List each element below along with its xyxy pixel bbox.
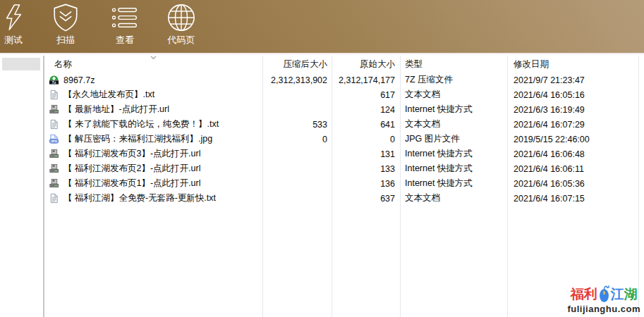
list-view-icon xyxy=(111,3,139,32)
text-file-icon xyxy=(49,193,59,204)
side-pane xyxy=(0,56,43,317)
file-name: 【 福利江湖发布页1】-点此打开.url xyxy=(63,178,200,189)
file-original-size: 617 xyxy=(332,90,400,100)
file-modified-date: 2021/9/7 21:23:47 xyxy=(507,75,638,85)
jpg-image-icon xyxy=(49,134,59,144)
url-shortcut-icon xyxy=(49,178,59,189)
file-original-size: 131 xyxy=(332,149,400,159)
table-row[interactable]: 【 福利江湖】全免费-无套路-更新快.txt 637 文本文档 2021/6/4… xyxy=(44,191,644,206)
side-pane-header xyxy=(2,58,40,70)
file-modified-date: 2021/6/4 16:07:29 xyxy=(507,120,638,130)
file-modified-date: 2021/6/4 16:06:11 xyxy=(507,164,638,174)
file-modified-date: 2021/6/4 16:05:36 xyxy=(507,179,638,189)
file-rows: 8967.7z 2,312,313,902 2,312,174,177 7Z 压… xyxy=(44,73,644,206)
file-name: 【 福利江湖】全免费-无套路-更新快.txt xyxy=(63,192,216,204)
site-watermark: 福利 江湖 fulijianghu.com xyxy=(567,285,640,313)
file-name: 【永久地址发布页】.txt xyxy=(63,89,154,101)
file-type: Internet 快捷方式 xyxy=(400,104,507,116)
toolbar-button-label: 测试 xyxy=(4,34,23,46)
file-compressed-size: 533 xyxy=(262,120,332,130)
lightning-icon xyxy=(4,3,23,32)
file-type: JPG 图片文件 xyxy=(400,133,507,145)
url-shortcut-icon xyxy=(49,104,59,115)
url-shortcut-icon xyxy=(49,163,59,174)
column-header-type[interactable]: 类型 xyxy=(400,58,507,70)
table-row[interactable]: 【 解压密码：来福利江湖找福利】.jpg 0 0 JPG 图片文件 2019/5… xyxy=(44,132,644,147)
toolbar-button-label: 代码页 xyxy=(168,34,195,46)
file-type: 7Z 压缩文件 xyxy=(400,74,507,86)
toolbar: 测试 扫描 查看 代码页 xyxy=(0,0,644,54)
file-original-size: 0 xyxy=(332,135,400,144)
file-type: 文本文档 xyxy=(400,118,507,130)
toolbar-button-label: 查看 xyxy=(116,34,134,46)
content-area: 名称 压缩后大小 原始大小 类型 修改日期 8967.7z 2,312,313,… xyxy=(0,56,644,317)
file-compressed-size: 2,312,313,902 xyxy=(262,75,332,85)
table-row[interactable]: 【 福利江湖发布页1】-点此打开.url 136 Internet 快捷方式 2… xyxy=(44,176,644,191)
file-type: 文本文档 xyxy=(400,89,507,101)
brand-logo: 福利 江湖 xyxy=(567,285,640,303)
sort-indicator-icon[interactable] xyxy=(150,56,157,60)
table-row[interactable]: 【永久地址发布页】.txt 617 文本文档 2021/6/4 16:05:16 xyxy=(44,87,644,102)
mouse-icon xyxy=(598,285,610,303)
file-original-size: 133 xyxy=(332,164,400,174)
toolbar-button-codepage[interactable]: 代码页 xyxy=(158,3,205,46)
brand-text-fuli: 福利 xyxy=(571,287,597,302)
file-modified-date: 2021/6/4 16:05:16 xyxy=(507,90,638,100)
file-name: 【 福利江湖发布页2】-点此打开.url xyxy=(63,163,200,175)
file-name: 【 来了就能下载的论坛，纯免费！】.txt xyxy=(63,118,219,130)
shield-scan-icon xyxy=(51,3,80,32)
text-file-icon xyxy=(49,89,59,100)
file-original-size: 136 xyxy=(332,179,400,189)
url-shortcut-icon xyxy=(49,149,59,159)
globe-icon xyxy=(166,3,196,32)
file-original-size: 2,312,174,177 xyxy=(332,75,400,85)
brand-domain: fulijianghu.com xyxy=(567,304,640,313)
file-type: Internet 快捷方式 xyxy=(400,178,507,189)
file-name: 8967.7z xyxy=(63,75,95,85)
file-name: 【 解压密码：来福利江湖找福利】.jpg xyxy=(63,133,212,145)
toolbar-button-view[interactable]: 查看 xyxy=(104,3,146,46)
file-name: 【 最新地址】-点此打开.url xyxy=(63,104,169,116)
toolbar-button-test[interactable]: 测试 xyxy=(0,3,27,46)
file-type: Internet 快捷方式 xyxy=(400,148,507,160)
file-modified-date: 2021/6/4 16:07:15 xyxy=(507,194,638,204)
file-original-size: 641 xyxy=(332,120,400,130)
7z-archive-icon xyxy=(49,75,59,85)
file-compressed-size: 0 xyxy=(262,135,332,144)
table-row[interactable]: 8967.7z 2,312,313,902 2,312,174,177 7Z 压… xyxy=(44,73,644,87)
file-modified-date: 2019/5/15 22:46:00 xyxy=(507,135,638,144)
file-type: 文本文档 xyxy=(400,192,507,204)
list-header-row: 名称 压缩后大小 原始大小 类型 修改日期 xyxy=(44,56,644,73)
column-header-name[interactable]: 名称 xyxy=(44,58,262,70)
file-modified-date: 2021/6/3 16:19:49 xyxy=(507,105,638,115)
text-file-icon xyxy=(49,119,59,130)
file-list-pane: 名称 压缩后大小 原始大小 类型 修改日期 8967.7z 2,312,313,… xyxy=(44,56,644,317)
toolbar-button-scan[interactable]: 扫描 xyxy=(44,3,87,46)
column-header-modified[interactable]: 修改日期 xyxy=(507,58,638,70)
file-original-size: 637 xyxy=(332,194,400,204)
table-row[interactable]: 【 福利江湖发布页2】-点此打开.url 133 Internet 快捷方式 2… xyxy=(44,161,644,176)
file-modified-date: 2021/6/4 16:06:48 xyxy=(507,149,638,159)
table-row[interactable]: 【 福利江湖发布页3】-点此打开.url 131 Internet 快捷方式 2… xyxy=(44,147,644,161)
file-type: Internet 快捷方式 xyxy=(400,163,507,175)
column-header-original[interactable]: 原始大小 xyxy=(332,58,400,70)
column-header-compressed[interactable]: 压缩后大小 xyxy=(262,58,332,70)
brand-text-hu: 湖 xyxy=(624,287,638,302)
file-name: 【 福利江湖发布页3】-点此打开.url xyxy=(63,148,200,160)
brand-text-jiang: 江 xyxy=(611,287,624,302)
file-original-size: 124 xyxy=(332,105,400,115)
table-row[interactable]: 【 来了就能下载的论坛，纯免费！】.txt 533 641 文本文档 2021/… xyxy=(44,117,644,132)
table-row[interactable]: 【 最新地址】-点此打开.url 124 Internet 快捷方式 2021/… xyxy=(44,102,644,117)
toolbar-button-label: 扫描 xyxy=(56,34,75,46)
